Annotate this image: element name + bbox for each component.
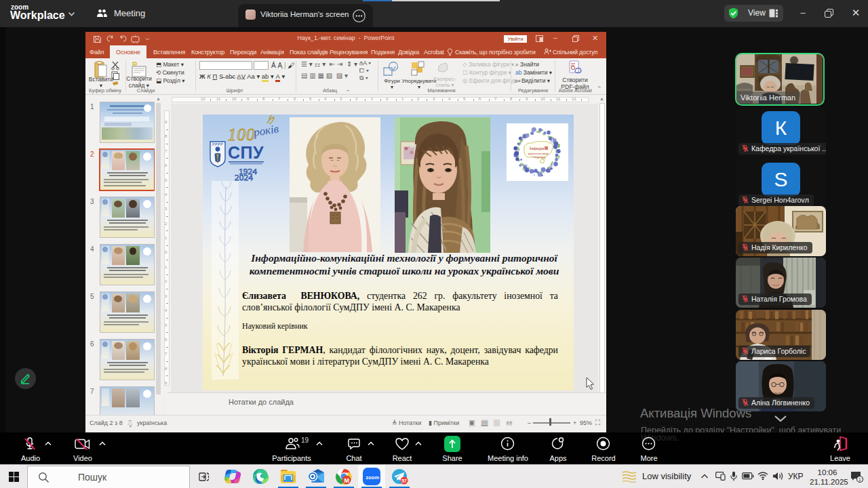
svg-text:1: 1 bbox=[859, 477, 861, 482]
svg-text:100: 100 bbox=[228, 125, 256, 144]
svg-text:57: 57 bbox=[401, 479, 407, 483]
svg-text:років: років bbox=[252, 122, 279, 139]
svg-text:2024: 2024 bbox=[235, 172, 253, 181]
svg-text:zoom: zoom bbox=[366, 474, 380, 481]
svg-text:M: M bbox=[344, 477, 350, 484]
svg-text:Кафедра: Кафедра bbox=[530, 146, 544, 150]
svg-text:і літератури: і літератури bbox=[532, 156, 545, 159]
svg-text:СПУ: СПУ bbox=[228, 143, 264, 162]
svg-text:української мови: української мови bbox=[528, 152, 549, 155]
